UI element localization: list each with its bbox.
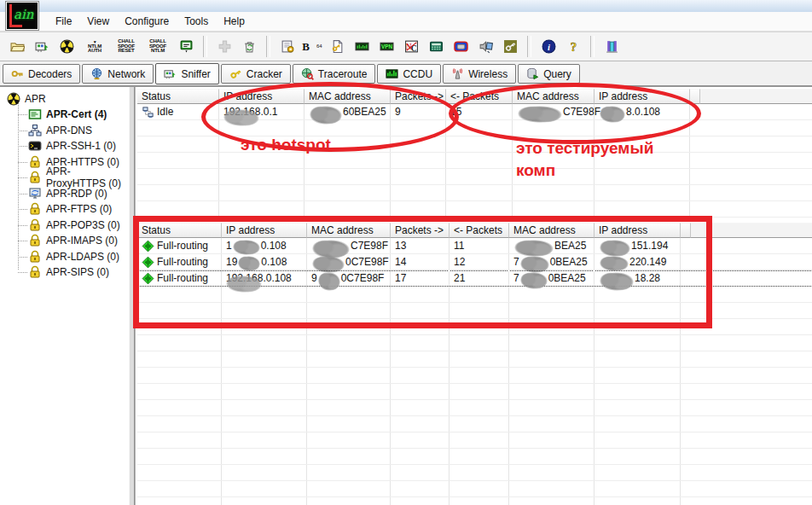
table-row[interactable]: Full-routing10.108C7E98F1311BEA25151.194 xyxy=(137,238,812,254)
add-to-list-button[interactable] xyxy=(214,36,235,58)
empty-cell xyxy=(509,368,594,383)
column-header--packets[interactable]: <- Packets xyxy=(446,89,513,104)
column-header-ip-address[interactable]: IP address xyxy=(594,223,681,238)
vpn-button[interactable]: VPN xyxy=(376,36,397,58)
column-header-mac-address[interactable]: MAC address xyxy=(509,223,594,238)
pane-splitter[interactable] xyxy=(129,87,135,505)
column-header-mac-address[interactable]: MAC address xyxy=(513,89,594,104)
column-header-status[interactable]: Status xyxy=(137,89,219,104)
table-row[interactable]: Idle192.168.0.160BEA25915C7E98F8.0.108 xyxy=(137,104,812,120)
menu-item-help[interactable]: Help xyxy=(216,14,252,29)
full-routing-icon xyxy=(142,240,154,252)
start-stop-sniffer-button[interactable] xyxy=(32,36,52,58)
chall-spoof-reset-button[interactable]: CHALLSPOOFRESET xyxy=(113,36,140,58)
column-header-status[interactable]: Status xyxy=(137,223,222,238)
hash-calculator-button[interactable] xyxy=(327,36,347,58)
cell-text: 0.108 xyxy=(261,256,287,268)
lock-icon xyxy=(28,171,42,184)
empty-cell xyxy=(137,400,222,415)
menu-item-file[interactable]: File xyxy=(48,14,79,29)
remote-console-button[interactable] xyxy=(176,36,196,58)
open-file-button[interactable] xyxy=(7,36,27,58)
chall-spoof-ntlm-button[interactable]: CHALLSPOOFNTLM xyxy=(144,36,171,58)
tree-item-apr-ftps[interactable]: APR-FTPS (0) xyxy=(28,201,129,218)
tab-network[interactable]: Network xyxy=(82,64,154,84)
remove-button[interactable] xyxy=(239,36,259,58)
wireless-scanner-button[interactable] xyxy=(475,36,496,58)
tab-query[interactable]: Query xyxy=(518,64,580,84)
table-row[interactable]: Full-routing190.1080C7E98F141270BEA25220… xyxy=(137,254,812,270)
tree-item-apr-imaps[interactable]: APR-IMAPS (0) xyxy=(28,233,129,249)
box-revealer-button[interactable] xyxy=(450,36,471,58)
apr-tree: APRAPR-Cert (4)APR-DNSAPR-SSH-1 (0)APR-H… xyxy=(0,87,129,281)
empty-cell xyxy=(509,449,594,464)
revert-button[interactable] xyxy=(277,36,298,58)
empty-cell xyxy=(450,319,509,334)
plus-icon xyxy=(218,39,232,54)
tab-traceroute[interactable]: Traceroute xyxy=(293,64,376,84)
card-icon xyxy=(281,39,295,54)
tree-item-apr-rdp[interactable]: APR-RDP (0) xyxy=(28,186,129,202)
cell: 21 xyxy=(450,270,509,286)
empty-cell xyxy=(137,287,222,302)
tree-item-apr-cert[interactable]: APR-Cert (4) xyxy=(28,107,129,123)
empty-cell xyxy=(391,136,446,152)
svg-text:?: ? xyxy=(570,40,576,54)
cell-text: 18.28 xyxy=(635,272,660,284)
tree-item-apr-sips[interactable]: APR-SIPS (0) xyxy=(28,264,129,281)
tab-cracker[interactable]: Cracker xyxy=(221,64,291,84)
help-button[interactable]: ? xyxy=(563,36,583,58)
empty-cell xyxy=(509,416,594,432)
cell: 220.149 xyxy=(594,254,681,270)
column-header-mac-address[interactable]: MAC address xyxy=(304,89,391,104)
calculator-button[interactable] xyxy=(426,36,446,58)
about-button[interactable]: i xyxy=(538,36,559,58)
monitor-icon xyxy=(179,39,194,54)
empty-cell xyxy=(391,319,450,334)
empty-row xyxy=(137,416,812,432)
tab-decoders[interactable]: Decoders xyxy=(3,64,80,84)
tree-item-apr-ssh-1[interactable]: APR-SSH-1 (0) xyxy=(28,138,129,154)
empty-row xyxy=(137,400,812,416)
tab-wireless[interactable]: Wireless xyxy=(443,64,516,84)
column-header-ip-address[interactable]: IP address xyxy=(219,89,304,104)
routing-header: StatusIP addressMAC addressPackets -><- … xyxy=(137,223,812,238)
menu-item-configure[interactable]: Configure xyxy=(117,14,177,29)
column-header-mac-address[interactable]: MAC address xyxy=(307,223,391,238)
cisco-key-button[interactable] xyxy=(500,36,520,58)
folder-icon xyxy=(10,39,25,54)
row-filler xyxy=(681,449,812,464)
start-stop-apr-button[interactable] xyxy=(56,36,77,58)
row-filler xyxy=(690,185,812,200)
empty-cell xyxy=(594,319,681,334)
cell: 60BEA25 xyxy=(304,104,391,119)
base64-password-decoder-button[interactable]: B64 xyxy=(302,36,322,58)
tab-ccdu[interactable]: CCDU xyxy=(377,64,441,84)
column-header-packets-[interactable]: Packets -> xyxy=(391,223,450,238)
column-header-ip-address[interactable]: IP address xyxy=(222,223,307,238)
ntlm-auth-button[interactable]: ▼NTLMAUTH xyxy=(81,36,108,58)
speaker-icon xyxy=(478,39,493,54)
cell-text: 0.108 xyxy=(261,240,287,252)
row-filler xyxy=(681,368,812,383)
menu-item-tools[interactable]: Tools xyxy=(177,14,216,29)
tree-item-label: APR-DNS xyxy=(46,125,92,136)
column-header--packets[interactable]: <- Packets xyxy=(450,223,509,238)
exit-button[interactable] xyxy=(601,36,622,58)
tab-sniffer[interactable]: Sniffer xyxy=(155,63,218,84)
cell: 192.168.0.1 xyxy=(219,104,304,119)
column-header-ip-address[interactable]: IP address xyxy=(594,89,690,104)
tree-root-apr[interactable]: APR xyxy=(0,90,129,107)
tree-item-apr-pop3s[interactable]: APR-POP3S (0) xyxy=(28,218,129,234)
menu-item-view[interactable]: View xyxy=(79,14,117,29)
tree-item-apr-proxyhttps[interactable]: APR-ProxyHTTPS (0) xyxy=(28,170,129,186)
empty-cell xyxy=(509,351,594,367)
table-row[interactable]: Full-routing192.168.0.10890C7E98F172170B… xyxy=(137,270,812,287)
key2-icon xyxy=(229,67,242,80)
rsa-token-button[interactable] xyxy=(351,36,372,58)
tree-item-apr-ldaps[interactable]: APR-LDAPS (0) xyxy=(28,249,129,265)
tree-item-apr-dns[interactable]: APR-DNS xyxy=(28,123,129,139)
cell-text: 13 xyxy=(395,240,406,252)
nc-config-button[interactable]: NC xyxy=(401,36,421,58)
column-header-packets-[interactable]: Packets -> xyxy=(391,89,446,104)
